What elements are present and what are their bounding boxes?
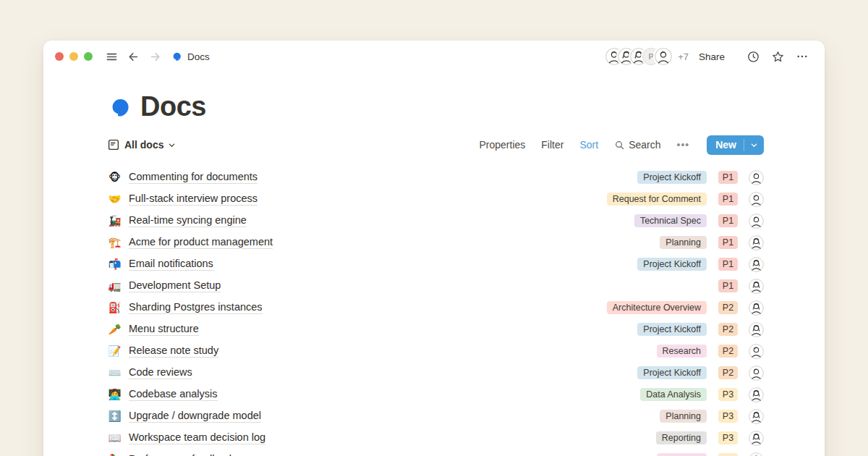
breadcrumb[interactable]: Docs [171,51,210,62]
doc-title-link[interactable]: Email notifications [129,258,213,271]
doc-title-link[interactable]: Sharding Postgres instances [129,301,263,314]
doc-row[interactable]: 🏗️ Acme for product management Planning … [107,232,764,253]
doc-row[interactable]: ↕️ Upgrade / downgrade model Planning P3 [107,405,764,427]
doc-type-tag[interactable]: Architecture Overview [607,301,707,314]
assignee-avatar[interactable] [749,235,764,250]
doc-title-link[interactable]: Release note study [129,345,218,358]
assignee-avatar[interactable] [749,344,764,359]
green-truck-emoji: 🚛 [107,280,122,292]
up-down-arrow-emoji: ↕️ [107,410,122,423]
priority-badge[interactable]: P3 [718,453,738,456]
priority-badge[interactable]: P1 [718,193,738,206]
doc-type-tag[interactable]: Research [657,345,707,358]
history-clock-icon[interactable] [744,47,762,66]
doc-type-tag[interactable]: Project Kickoff [637,366,707,379]
close-window-button[interactable] [55,52,64,61]
assignee-avatar[interactable] [749,214,764,229]
new-doc-dropdown[interactable] [744,141,764,149]
doc-type-tag[interactable]: Project Kickoff [637,258,707,271]
more-options-icon[interactable] [793,47,812,66]
forward-arrow-icon[interactable] [146,48,163,65]
assignee-avatar[interactable] [749,300,764,316]
priority-badge[interactable]: P2 [718,345,738,358]
doc-type-tag[interactable]: Project Kickoff [637,323,707,336]
new-doc-label[interactable]: New [707,139,744,151]
doc-title-link[interactable]: Full-stack interview process [129,193,258,206]
handshake-emoji: 🤝 [107,193,122,206]
doc-row[interactable]: ⛽ Sharding Postgres instances Architectu… [107,297,764,318]
share-button[interactable]: Share [699,51,725,62]
favorite-star-icon[interactable] [768,47,787,66]
priority-badge[interactable]: P1 [718,279,738,292]
assignee-avatar[interactable] [749,409,764,424]
doc-row[interactable]: 👩‍💻 Codebase analysis Data Analysis P3 [107,384,764,405]
priority-badge[interactable]: P1 [718,258,738,271]
doc-row[interactable]: 🥕 Menu structure Project Kickoff P2 [107,318,764,340]
doc-row[interactable]: 📖 Workspace team decision log Reporting … [107,427,764,449]
search-icon [614,140,625,151]
doc-title-link[interactable]: Codebase analysis [129,388,218,401]
sidebar-menu-icon[interactable] [103,48,120,65]
doc-row[interactable]: 🤝 Full-stack interview process Request f… [107,188,764,210]
priority-badge[interactable]: P2 [718,301,738,314]
doc-title-link[interactable]: Menu structure [129,323,199,336]
zoom-window-button[interactable] [84,52,93,61]
priority-badge[interactable]: P3 [718,410,738,423]
doc-title-link[interactable]: Acme for product management [129,236,273,249]
doc-title-link[interactable]: Development Setup [129,279,221,292]
sort-button[interactable]: Sort [579,139,598,151]
doc-title-link[interactable]: Real-time syncing engine [129,214,247,227]
properties-button[interactable]: Properties [480,139,526,151]
priority-badge[interactable]: P1 [718,171,738,184]
minimize-window-button[interactable] [69,52,78,61]
assignee-avatar[interactable] [749,452,764,456]
assignee-avatar[interactable] [749,279,764,294]
doc-type-tag[interactable]: Research [657,453,707,456]
collaborator-avatar[interactable] [655,48,672,65]
doc-row[interactable]: 📝 Release note study Research P2 [107,340,764,362]
assignee-avatar[interactable] [749,431,764,446]
doc-row[interactable]: 🦜 Performance feedback Research P3 [107,449,764,456]
priority-badge[interactable]: P1 [718,236,738,249]
assignee-avatar[interactable] [749,257,764,272]
collaborator-avatars[interactable]: P [605,48,672,65]
titlebar-actions: P +7 Share [605,47,812,66]
doc-title-link[interactable]: Performance feedback [129,453,234,456]
doc-type-tag[interactable]: Reporting [656,431,707,444]
priority-badge[interactable]: P1 [718,214,738,227]
titlebar: Docs P +7 Share [43,41,825,72]
doc-row[interactable]: 📬 Email notifications Project Kickoff P1 [107,253,764,275]
doc-row[interactable]: 🐵 Commenting for documents Project Kicko… [107,166,764,188]
priority-badge[interactable]: P2 [718,323,738,336]
priority-badge[interactable]: P2 [718,366,738,379]
doc-title-link[interactable]: Code reviews [129,366,192,379]
doc-row[interactable]: 🚂 Real-time syncing engine Technical Spe… [107,210,764,232]
doc-title-link[interactable]: Upgrade / downgrade model [129,410,261,423]
memo-emoji: 📝 [107,345,122,358]
doc-type-tag[interactable]: Data Analysis [640,388,707,401]
search-button[interactable]: Search [614,139,660,151]
new-doc-button[interactable]: New [707,135,764,155]
doc-title-link[interactable]: Commenting for documents [129,171,258,184]
doc-row[interactable]: ⌨️ Code reviews Project Kickoff P2 [107,362,764,384]
back-arrow-icon[interactable] [124,48,142,65]
assignee-avatar[interactable] [749,192,764,207]
doc-type-tag[interactable]: Planning [660,236,707,249]
doc-type-tag[interactable]: Request for Comment [607,193,707,206]
doc-type-tag[interactable]: Planning [660,410,707,423]
view-more-options-icon[interactable]: ••• [676,139,689,151]
doc-type-tag[interactable]: Project Kickoff [637,171,707,184]
assignee-avatar[interactable] [749,387,764,402]
doc-title-link[interactable]: Workspace team decision log [129,431,265,444]
collaborator-overflow-count[interactable]: +7 [678,51,689,62]
view-switcher[interactable]: All docs [107,138,176,151]
doc-row[interactable]: 🚛 Development Setup P1 [107,275,764,297]
priority-badge[interactable]: P3 [718,431,738,444]
doc-type-tag[interactable]: Technical Spec [634,214,707,227]
assignee-avatar[interactable] [749,170,764,185]
assignee-avatar[interactable] [749,366,764,381]
open-book-emoji: 📖 [107,432,122,444]
assignee-avatar[interactable] [749,322,764,337]
filter-button[interactable]: Filter [541,139,563,151]
priority-badge[interactable]: P3 [718,388,738,401]
